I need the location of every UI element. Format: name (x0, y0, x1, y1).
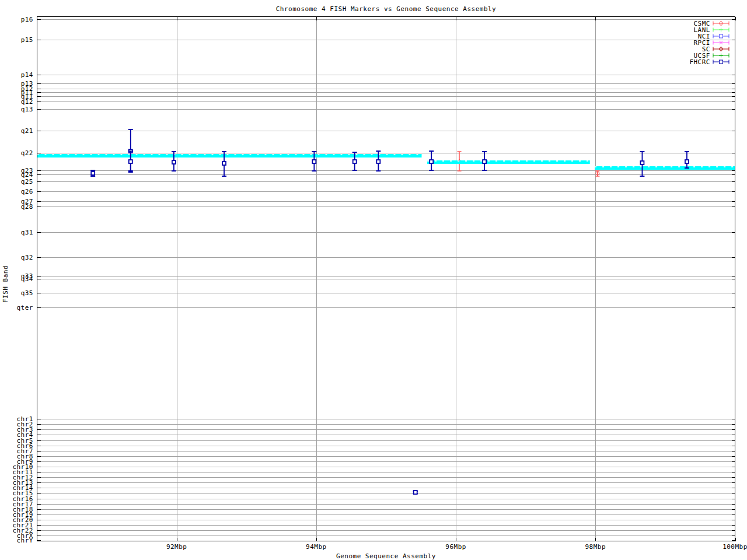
marker-square (720, 34, 723, 38)
legend-entry-fhcrc: FHCRC (689, 58, 729, 66)
legend: CSMCLANLNCIRPCISCUCSFFHCRC (689, 20, 729, 66)
marker-square (414, 491, 417, 494)
y-band-label: q13 (21, 106, 33, 113)
x-tick-label: 94Mbp (306, 543, 327, 551)
marker-square (376, 160, 380, 163)
marker-square (430, 160, 433, 163)
data-point-fhcrc (90, 170, 95, 176)
assembly-band-line (37, 155, 735, 168)
marker-square (720, 60, 723, 64)
marker-square (129, 160, 132, 163)
fish-marker-chart: Chromosome 4 FISH Markers vs Genome Sequ… (0, 0, 747, 560)
data-point-fhcrc (482, 152, 487, 170)
y-band-label: q12 (21, 98, 33, 106)
y-band-label: chrY (17, 537, 34, 544)
y-band-label: q22 (21, 149, 33, 157)
y-band-label: q35 (21, 289, 33, 297)
data-point-fhcrc (640, 152, 644, 176)
x-tick-label: 98Mbp (585, 543, 606, 551)
x-tick-label: 96Mbp (445, 543, 466, 551)
data-point-fhcrc (429, 151, 434, 170)
y-band-label: q31 (21, 229, 33, 236)
marker-square (483, 160, 486, 163)
marker-square (685, 160, 689, 163)
y-band-label: q21 (21, 127, 33, 135)
y-band-label: p15 (21, 36, 33, 44)
marker-square (640, 161, 644, 164)
y-band-label: qter (17, 304, 34, 312)
marker-square (312, 160, 316, 163)
y-band-label: p14 (21, 71, 33, 79)
marker-square (172, 160, 176, 164)
marker-square (353, 160, 357, 163)
plot-area: p16p15p14p13p12p11q11q12q13q21q22q23q24q… (0, 0, 747, 560)
marker-plus (719, 54, 723, 58)
marker-square (222, 162, 226, 165)
data-point-fhcrc (685, 152, 689, 168)
series-fhcrc (90, 130, 689, 494)
y-band-label: q34 (21, 275, 33, 283)
tick-labels: p16p15p14p13p12p11q11q12q13q21q22q23q24q… (12, 16, 747, 551)
y-band-label: q25 (21, 178, 33, 186)
y-band-label: q26 (21, 188, 33, 195)
marker-square (91, 172, 95, 175)
y-band-label: p16 (21, 16, 33, 23)
data-point-csmc (595, 171, 599, 176)
y-band-label: q28 (21, 203, 33, 211)
gridlines (37, 17, 735, 541)
y-band-label: q32 (21, 254, 33, 261)
legend-label: FHCRC (689, 58, 710, 66)
x-tick-label: 100Mbp (722, 543, 747, 551)
marker-plus (719, 28, 723, 32)
data-point-fhcrc (413, 491, 418, 494)
x-tick-label: 92Mbp (166, 543, 187, 551)
